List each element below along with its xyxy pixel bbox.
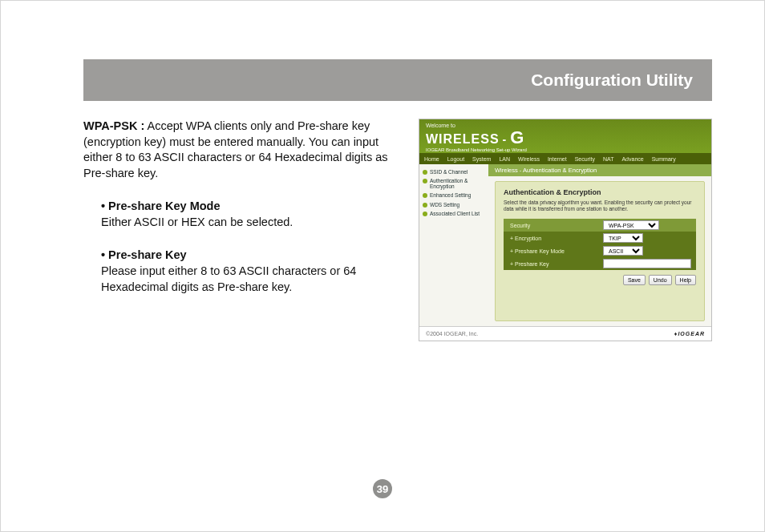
preshare-mode-block: • Pre-share Key Mode Either ASCII or HEX… — [83, 199, 404, 230]
nav-internet[interactable]: Internet — [548, 156, 567, 162]
bullet-icon — [423, 203, 427, 208]
content: Configuration Utility WPA-PSK : Accept W… — [83, 59, 712, 494]
bullet-icon — [423, 170, 427, 175]
preshare-key-text: Please input either 8 to 63 ASCII charac… — [101, 264, 404, 295]
sidebar-item-label: Authentication & Encryption — [430, 178, 485, 189]
banner-title-g: G — [510, 129, 524, 147]
section-header: Configuration Utility — [83, 59, 712, 101]
sidebar-item-label: Enhanced Setting — [430, 192, 471, 198]
banner-welcome: Welcome to — [426, 123, 705, 128]
footer-copyright: ©2004 IOGEAR, Inc. — [426, 331, 478, 337]
settings-table: Security WPA-PSK + Encryption TKIP + Pre… — [504, 219, 696, 270]
panel-description: Select the data privacy algorithm you wa… — [504, 200, 696, 212]
nav-nat[interactable]: NAT — [603, 156, 613, 162]
select-security[interactable]: WPA-PSK — [603, 220, 659, 230]
label-encryption: + Encryption — [504, 236, 600, 241]
sidebar-item-label: WDS Setting — [430, 202, 459, 208]
footer-brand: ♦IOGEAR — [674, 331, 705, 337]
sidebar-item-wds[interactable]: WDS Setting — [423, 202, 485, 208]
router-panel: Authentication & Encryption Select the d… — [495, 181, 705, 321]
router-breadcrumb: Wireless - Authentication & Encryption — [488, 164, 711, 176]
input-preshare-key[interactable] — [603, 259, 691, 268]
bullet-icon — [423, 212, 427, 216]
label-preshare-key: + Preshare Key — [504, 261, 600, 267]
sidebar-item-ssid[interactable]: SSID & Channel — [423, 169, 485, 175]
two-column-layout: WPA-PSK : Accept WPA clients only and Pr… — [83, 119, 712, 341]
bullet-icon — [423, 193, 427, 198]
router-banner: Welcome to WIRELESS - G IOGEAR Broadband… — [419, 119, 711, 153]
sidebar-item-clients[interactable]: Associated Client List — [423, 211, 485, 216]
nav-lan[interactable]: LAN — [499, 156, 510, 162]
nav-wireless[interactable]: Wireless — [518, 156, 540, 162]
page-number-badge: 39 — [373, 479, 392, 498]
row-encryption: + Encryption TKIP — [504, 232, 696, 244]
nav-advance[interactable]: Advance — [621, 156, 643, 162]
select-preshare-mode[interactable]: ASCII — [603, 246, 643, 256]
page-number: 39 — [377, 483, 388, 495]
row-preshare-key: + Preshare Key — [504, 257, 696, 270]
router-main: Wireless - Authentication & Encryption A… — [488, 164, 711, 326]
nav-home[interactable]: Home — [424, 156, 439, 162]
panel-title: Authentication & Encryption — [504, 188, 696, 196]
wpa-paragraph: WPA-PSK : Accept WPA clients only and Pr… — [83, 119, 404, 181]
nav-system[interactable]: System — [472, 156, 491, 162]
router-body: SSID & Channel Authentication & Encrypti… — [419, 164, 711, 326]
row-security: Security WPA-PSK — [504, 219, 696, 232]
sidebar-item-label: Associated Client List — [430, 211, 480, 216]
router-nav: Home Logout System LAN Wireless Internet… — [419, 153, 711, 164]
help-button[interactable]: Help — [675, 275, 696, 285]
sidebar-item-auth[interactable]: Authentication & Encryption — [423, 178, 485, 189]
label-security: Security — [504, 223, 600, 228]
row-preshare-mode: + Preshare Key Mode ASCII — [504, 244, 696, 257]
preshare-key-block: • Pre-share Key Please input either 8 to… — [83, 248, 404, 295]
banner-title: WIRELESS - G — [426, 129, 705, 147]
bullet-icon — [423, 179, 427, 183]
sidebar-item-enhanced[interactable]: Enhanced Setting — [423, 192, 485, 198]
preshare-mode-heading: • Pre-share Key Mode — [101, 199, 404, 215]
banner-title-wireless: WIRELESS — [426, 133, 500, 146]
undo-button[interactable]: Undo — [649, 275, 672, 285]
select-encryption[interactable]: TKIP — [603, 233, 643, 243]
left-column: WPA-PSK : Accept WPA clients only and Pr… — [83, 119, 404, 341]
router-sidebar: SSID & Channel Authentication & Encrypti… — [419, 164, 488, 326]
nav-summary[interactable]: Summary — [652, 156, 676, 162]
preshare-key-heading: • Pre-share Key — [101, 248, 404, 264]
nav-logout[interactable]: Logout — [447, 156, 464, 162]
preshare-mode-text: Either ASCII or HEX can be selected. — [101, 215, 404, 231]
router-footer: ©2004 IOGEAR, Inc. ♦IOGEAR — [419, 326, 711, 341]
panel-buttons: Save Undo Help — [504, 275, 696, 285]
banner-subtitle: IOGEAR Broadband Networking Set-up Wizar… — [426, 147, 705, 152]
label-preshare-mode: + Preshare Key Mode — [504, 248, 600, 254]
router-screenshot: Welcome to WIRELESS - G IOGEAR Broadband… — [419, 119, 712, 341]
wpa-psk-label: WPA-PSK : — [83, 119, 144, 132]
banner-title-dash: - — [503, 134, 508, 145]
sidebar-item-label: SSID & Channel — [430, 169, 468, 175]
section-title: Configuration Utility — [531, 71, 693, 90]
save-button[interactable]: Save — [623, 275, 646, 285]
nav-security[interactable]: Security — [575, 156, 595, 162]
